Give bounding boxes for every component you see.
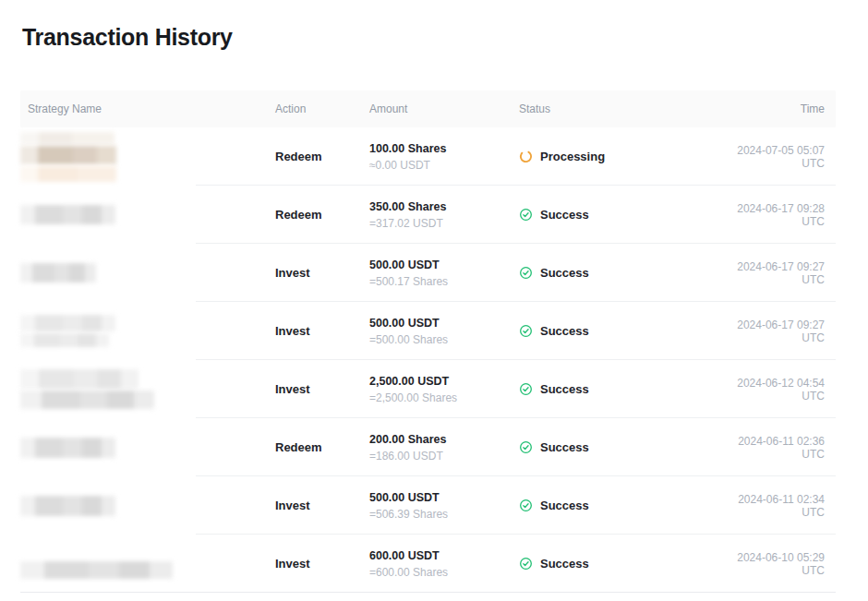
strategy-name-redacted [20, 315, 275, 347]
strategy-name-redacted [20, 369, 275, 409]
column-header-strategy-name: Strategy Name [20, 102, 275, 115]
strategy-name-redacted [20, 263, 275, 282]
status-label: Success [540, 499, 589, 512]
column-header-amount: Amount [369, 102, 519, 115]
table-row: Invest 500.00 USDT =500.17 Shares Succes… [20, 244, 836, 302]
amount-cell: 200.00 Shares =186.00 USDT [369, 431, 519, 464]
amount-cell: 2,500.00 USDT =2,500.00 Shares [369, 373, 519, 406]
amount-secondary: =500.00 Shares [369, 331, 519, 348]
table-header-row: Strategy Name Action Amount Status Time [20, 90, 836, 127]
action-label: Redeem [275, 440, 369, 454]
column-header-action: Action [275, 102, 369, 115]
status-cell: Success [519, 324, 713, 338]
status-cell: Processing [519, 150, 713, 163]
amount-cell: 100.00 Shares ≈0.00 USDT [369, 140, 519, 174]
table-row: Redeem 350.00 Shares =317.02 USDT Succes… [20, 186, 836, 244]
action-label: Redeem [275, 150, 369, 163]
redacted-blur-block [20, 369, 139, 389]
success-check-icon [519, 382, 533, 396]
strategy-name-redacted [20, 548, 275, 579]
amount-primary: 100.00 Shares [369, 140, 519, 157]
strategy-name-redacted [20, 496, 275, 516]
time-label: 2024-06-11 02:34 UTC [713, 493, 836, 519]
amount-cell: 350.00 Shares =317.02 USDT [369, 198, 519, 232]
amount-primary: 500.00 USDT [369, 315, 519, 331]
amount-primary: 350.00 Shares [369, 198, 519, 215]
amount-secondary: =600.00 Shares [369, 564, 519, 581]
amount-cell: 600.00 USDT =600.00 Shares [369, 547, 519, 581]
column-header-status: Status [519, 102, 713, 115]
table-row: Invest 2,500.00 USDT =2,500.00 Shares Su… [20, 360, 836, 418]
processing-spinner-icon [516, 147, 535, 165]
time-label: 2024-06-11 02:36 UTC [713, 435, 836, 461]
status-label: Success [540, 266, 589, 280]
table-row: Invest 500.00 USDT =500.00 Shares Succes… [20, 302, 836, 360]
action-label: Invest [275, 324, 369, 338]
success-check-icon [519, 499, 533, 512]
table-row: Redeem 200.00 Shares =186.00 USDT Succes… [20, 418, 836, 476]
redacted-blur-block [20, 132, 115, 144]
status-cell: Success [519, 440, 713, 454]
status-label: Success [540, 324, 589, 338]
success-check-icon [519, 324, 533, 338]
redacted-blur-block [20, 146, 116, 164]
redacted-blur-block [20, 438, 115, 458]
redacted-blur-block [20, 333, 109, 347]
amount-cell: 500.00 USDT =506.39 Shares [369, 489, 519, 523]
time-label: 2024-06-10 05:29 UTC [713, 551, 836, 577]
status-label: Success [540, 557, 589, 571]
amount-secondary: ≈0.00 USDT [369, 157, 519, 174]
redacted-blur-block [20, 205, 115, 224]
success-check-icon [519, 208, 533, 222]
redacted-blur-block [20, 263, 96, 282]
time-label: 2024-06-17 09:28 UTC [713, 202, 836, 228]
amount-primary: 200.00 Shares [369, 431, 519, 448]
table-row: Invest 500.00 USDT =506.39 Shares Succes… [20, 476, 836, 535]
success-check-icon [519, 557, 533, 571]
time-label: 2024-07-05 05:07 UTC [713, 144, 836, 170]
action-label: Invest [275, 382, 369, 396]
redacted-blur-block [20, 561, 173, 579]
table-row: Invest 600.00 USDT =600.00 Shares Succes… [20, 535, 836, 593]
redacted-blur-block [20, 496, 115, 516]
action-label: Invest [275, 499, 369, 512]
amount-primary: 2,500.00 USDT [369, 373, 519, 390]
transaction-history-table: Strategy Name Action Amount Status Time … [20, 90, 836, 593]
strategy-name-redacted [20, 205, 275, 224]
amount-cell: 500.00 USDT =500.00 Shares [369, 315, 519, 348]
time-label: 2024-06-17 09:27 UTC [713, 319, 836, 344]
amount-secondary: =317.02 USDT [369, 215, 519, 232]
status-label: Success [540, 440, 589, 454]
status-label: Success [540, 208, 589, 222]
amount-primary: 600.00 USDT [369, 547, 519, 564]
redacted-blur-block [20, 166, 116, 182]
success-check-icon [519, 266, 533, 280]
amount-secondary: =506.39 Shares [369, 506, 519, 523]
status-cell: Success [519, 208, 713, 222]
page-title: Transaction History [22, 24, 233, 51]
time-label: 2024-06-12 04:54 UTC [713, 377, 836, 403]
amount-cell: 500.00 USDT =500.17 Shares [369, 257, 519, 290]
amount-secondary: =2,500.00 Shares [369, 390, 519, 406]
amount-secondary: =500.17 Shares [369, 273, 519, 290]
action-label: Invest [275, 557, 369, 571]
redacted-blur-block [20, 391, 154, 409]
redacted-blur-block [20, 315, 115, 331]
action-label: Invest [275, 266, 369, 280]
status-cell: Success [519, 557, 713, 571]
status-cell: Success [519, 266, 713, 280]
status-label: Processing [540, 150, 605, 163]
strategy-name-redacted [20, 438, 275, 458]
strategy-name-redacted [20, 132, 275, 182]
amount-primary: 500.00 USDT [369, 257, 519, 273]
status-cell: Success [519, 499, 713, 512]
success-check-icon [519, 440, 533, 454]
action-label: Redeem [275, 208, 369, 222]
amount-primary: 500.00 USDT [369, 489, 519, 506]
table-row: Redeem 100.00 Shares ≈0.00 USDT Processi… [20, 127, 836, 186]
status-cell: Success [519, 382, 713, 396]
column-header-time: Time [713, 102, 836, 115]
status-label: Success [540, 382, 589, 396]
amount-secondary: =186.00 USDT [369, 448, 519, 464]
time-label: 2024-06-17 09:27 UTC [713, 260, 836, 286]
